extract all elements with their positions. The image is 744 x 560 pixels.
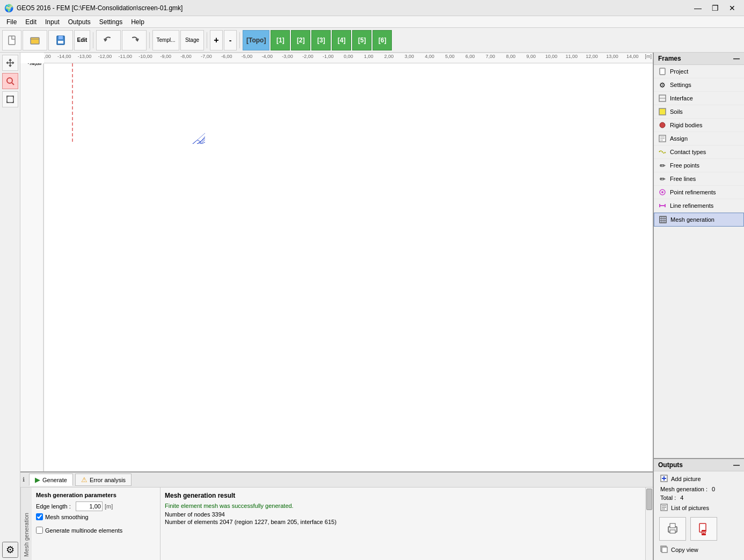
outputs-content: Add picture Mesh generation : 0 Total : …	[654, 471, 744, 557]
settings-icon: ⚙	[658, 81, 667, 89]
menu-file[interactable]: File	[2, 17, 21, 27]
undo-button[interactable]	[96, 30, 121, 50]
stage-4-button[interactable]: [4]	[332, 30, 351, 50]
frames-item-settings[interactable]: ⚙ Settings	[654, 78, 744, 92]
template-button[interactable]: Templ...	[152, 30, 179, 50]
stage-3-button[interactable]: [3]	[311, 30, 331, 50]
frames-item-line-refinements[interactable]: Line refinements	[654, 199, 744, 213]
frames-item-free-lines[interactable]: ✏ Free lines	[654, 172, 744, 186]
frames-item-mesh-generation[interactable]: Mesh generation	[654, 213, 744, 227]
titlebar-controls: — ❐ ✕	[690, 2, 740, 14]
settings-gear-button[interactable]: ⚙	[2, 542, 18, 558]
free-lines-icon: ✏	[658, 174, 667, 183]
svg-rect-20	[660, 68, 665, 75]
edit-button[interactable]: Edit	[74, 30, 90, 50]
error-analysis-tab[interactable]: ⚠ Error analysis	[75, 474, 132, 486]
redo-button[interactable]	[122, 30, 147, 50]
pdf-button[interactable]: PDF	[690, 517, 717, 541]
list-of-pictures-item[interactable]: List of pictures	[656, 502, 742, 514]
mesh-canvas[interactable]	[44, 63, 205, 144]
toolbar-separator-1	[93, 32, 93, 48]
frames-item-settings-label: Settings	[670, 82, 691, 88]
frames-item-point-refinements[interactable]: Point refinements	[654, 186, 744, 199]
edge-length-row: Edge length : [m]	[36, 501, 156, 511]
canvas-area[interactable]: -15,00-14,00-13,00-12,00-11,00-10,00-9,0…	[20, 53, 653, 471]
result-elements: Number of elements 2047 (region 1227, be…	[165, 519, 641, 525]
stage-6-button[interactable]: [6]	[373, 30, 392, 50]
frames-item-interface[interactable]: Interface	[654, 92, 744, 105]
frames-item-free-points-label: Free points	[670, 162, 699, 169]
total-label: Total :	[660, 494, 676, 501]
frames-item-contact-types[interactable]: Contact types	[654, 146, 744, 159]
open-button[interactable]	[23, 30, 47, 50]
svg-rect-7	[7, 96, 13, 103]
zoom-tool[interactable]	[2, 73, 18, 89]
edge-length-label: Edge length :	[36, 503, 74, 510]
frames-item-free-points[interactable]: ✏ Free points	[654, 159, 744, 172]
stage-2-button[interactable]: [2]	[291, 30, 310, 50]
total-count-row: Total : 4	[656, 493, 742, 502]
toolbar-separator-2	[149, 32, 150, 48]
save-button[interactable]	[48, 30, 73, 50]
zoom-minus-button[interactable]: -	[224, 30, 237, 50]
frames-item-rigid-bodies[interactable]: Rigid bodies	[654, 119, 744, 132]
menu-outputs[interactable]: Outputs	[64, 17, 95, 27]
outputs-collapse-icon[interactable]: —	[733, 461, 740, 469]
result-title: Mesh generation result	[165, 492, 641, 499]
mesh-smoothing-row: Mesh smoothing	[36, 513, 156, 520]
stage-topo-button[interactable]: [Topo]	[243, 30, 269, 50]
frames-item-interface-label: Interface	[670, 95, 693, 101]
svg-rect-3	[59, 36, 63, 39]
generate-tab[interactable]: ▶ Generate	[29, 474, 73, 486]
stage-1-button[interactable]: [1]	[271, 30, 290, 50]
svg-rect-34	[660, 216, 666, 223]
free-points-icon: ✏	[658, 161, 667, 170]
zoom-plus-button[interactable]: +	[210, 30, 223, 50]
frames-item-rigid-bodies-label: Rigid bodies	[670, 122, 703, 128]
menu-edit[interactable]: Edit	[21, 17, 41, 27]
generate-multinode-label: Generate multinode elements	[45, 527, 122, 534]
frames-item-soils[interactable]: Soils	[654, 105, 744, 119]
params-title: Mesh generation parameters	[36, 492, 156, 498]
minimize-button[interactable]: —	[690, 2, 705, 14]
maximize-button[interactable]: ❐	[707, 2, 723, 14]
menu-help[interactable]: Help	[127, 17, 149, 27]
svg-rect-48	[670, 523, 675, 528]
svg-point-24	[660, 122, 665, 128]
mesh-generation-icon	[659, 215, 667, 224]
left-toolbar: ⚙	[0, 53, 20, 560]
titlebar-left: 🌍 GEO5 2016 - FEM [C:\FEM-Consolidation\…	[4, 4, 183, 12]
contact-types-icon	[658, 148, 667, 156]
svg-point-5	[7, 78, 12, 83]
menu-input[interactable]: Input	[41, 17, 64, 27]
add-picture-item[interactable]: Add picture	[656, 473, 742, 485]
close-button[interactable]: ✕	[725, 2, 740, 14]
generate-multinode-checkbox[interactable]	[36, 527, 43, 534]
mesh-smoothing-checkbox[interactable]	[36, 513, 43, 520]
outputs-action-buttons: PDF	[656, 514, 742, 544]
frames-item-line-refinements-label: Line refinements	[670, 202, 713, 209]
svg-text:PDF: PDF	[702, 531, 709, 534]
fit-tool[interactable]	[2, 91, 18, 107]
svg-line-6	[12, 83, 14, 85]
app-icon: 🌍	[4, 4, 13, 12]
bottom-scrollbar[interactable]	[645, 488, 653, 560]
move-tool[interactable]	[2, 55, 18, 71]
frames-collapse-icon[interactable]: —	[733, 55, 740, 62]
frames-item-assign[interactable]: Assign	[654, 132, 744, 146]
new-button[interactable]	[2, 30, 21, 50]
frames-item-project-label: Project	[670, 68, 688, 75]
stage-button[interactable]: Stage	[180, 30, 204, 50]
frames-item-project[interactable]: Project	[654, 65, 744, 78]
mesh-gen-count-row: Mesh generation : 0	[656, 485, 742, 493]
total-value: 4	[680, 494, 683, 501]
scrollbar-thumb[interactable]	[646, 489, 652, 510]
bottom-left-params: Mesh generation parameters Edge length :…	[32, 488, 161, 560]
edge-length-input[interactable]	[76, 501, 103, 511]
list-of-pictures-label: List of pictures	[671, 505, 709, 511]
copy-view-item[interactable]: Copy view	[656, 544, 742, 556]
stage-5-button[interactable]: [5]	[352, 30, 371, 50]
svg-rect-4	[58, 41, 63, 43]
print-button[interactable]	[659, 517, 686, 541]
menu-settings[interactable]: Settings	[95, 17, 127, 27]
